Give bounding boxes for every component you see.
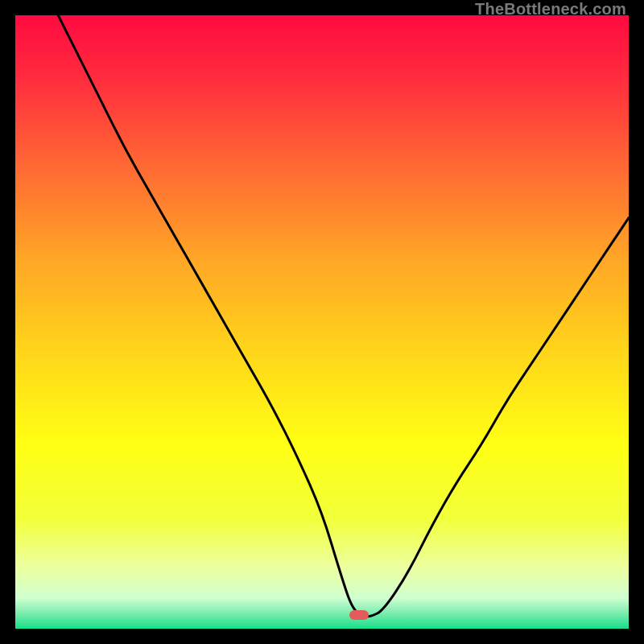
watermark-text: TheBottleneck.com (475, 0, 626, 19)
chart-frame: TheBottleneck.com (0, 0, 644, 644)
optimal-marker (349, 610, 369, 620)
plot-area (15, 15, 629, 629)
bottleneck-curve (58, 15, 629, 617)
curve-layer (15, 15, 629, 629)
